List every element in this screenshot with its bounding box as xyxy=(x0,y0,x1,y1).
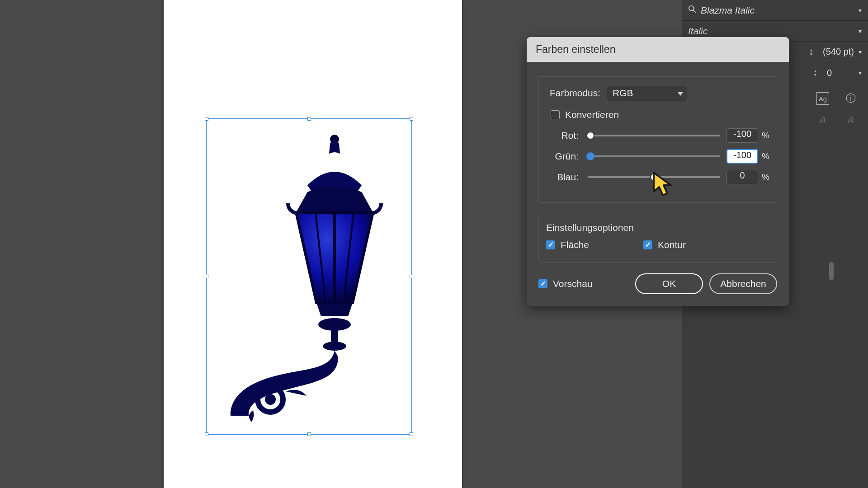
green-slider[interactable] xyxy=(588,155,720,157)
tracking-value[interactable]: 0 xyxy=(827,68,854,78)
resize-handle-tm[interactable] xyxy=(307,117,311,121)
color-mode-label: Farbmodus: xyxy=(546,88,607,99)
pct-label: % xyxy=(762,151,769,161)
color-mode-group: Farbmodus: RGB Konvertieren Rot: -100 % … xyxy=(538,76,777,203)
adjust-options-group: Einstellungsoptionen Fläche Kontur xyxy=(538,214,777,263)
chevron-down-icon: ▾ xyxy=(859,28,862,35)
font-family-select[interactable]: Blazma Italic ▾ xyxy=(682,0,868,21)
red-slider-row: Rot: -100 % xyxy=(546,128,769,143)
font-size-value[interactable]: (540 pt) xyxy=(823,47,854,57)
blue-label: Blau: xyxy=(546,172,584,183)
resize-handle-mr[interactable] xyxy=(410,275,413,278)
green-value-input[interactable]: -100 xyxy=(726,149,758,164)
font-size-stepper[interactable]: ▴▾ xyxy=(810,48,818,56)
blue-value-input[interactable]: 0 xyxy=(726,170,758,184)
red-slider[interactable] xyxy=(588,135,720,136)
resize-handle-bl[interactable] xyxy=(205,432,208,436)
svg-line-10 xyxy=(693,10,696,13)
color-mode-value: RGB xyxy=(613,88,633,99)
text-style-icon-a[interactable]: A xyxy=(816,114,829,127)
resize-handle-tr[interactable] xyxy=(410,117,413,121)
info-icon[interactable]: ⓘ xyxy=(844,92,857,105)
green-label: Grün: xyxy=(546,151,584,162)
ok-button[interactable]: OK xyxy=(635,273,703,294)
chevron-down-icon: ▾ xyxy=(859,7,862,14)
glyph-panel-icon[interactable]: Ag xyxy=(816,92,829,105)
search-icon xyxy=(688,5,696,15)
tracking-stepper[interactable]: ▴▾ xyxy=(814,69,822,77)
cancel-button[interactable]: Abbrechen xyxy=(709,273,777,294)
adjust-colors-dialog: Farben einstellen Farbmodus: RGB Konvert… xyxy=(527,37,789,306)
fill-checkbox[interactable] xyxy=(546,240,555,249)
stroke-label: Kontur xyxy=(658,239,686,250)
text-style-icon-b[interactable]: A xyxy=(844,114,857,127)
fill-label: Fläche xyxy=(561,239,589,250)
preview-checkbox[interactable] xyxy=(538,279,547,288)
stroke-checkbox[interactable] xyxy=(643,240,652,249)
preview-label: Vorschau xyxy=(553,278,593,289)
green-slider-row: Grün: -100 % xyxy=(546,149,769,164)
pct-label: % xyxy=(762,172,769,182)
resize-handle-tl[interactable] xyxy=(205,117,208,121)
red-value-input[interactable]: -100 xyxy=(726,128,758,143)
dialog-title: Farben einstellen xyxy=(527,37,789,62)
font-style-value: Italic xyxy=(688,26,859,37)
color-mode-select[interactable]: RGB xyxy=(607,85,688,101)
resize-handle-ml[interactable] xyxy=(205,275,208,278)
convert-label: Konvertieren xyxy=(565,109,619,120)
selection-bounding-box[interactable] xyxy=(206,118,412,435)
blue-slider-row: Blau: 0 % xyxy=(546,170,769,184)
pct-label: % xyxy=(762,131,769,141)
blue-slider[interactable] xyxy=(588,176,720,178)
font-family-value: Blazma Italic xyxy=(701,5,859,16)
red-label: Rot: xyxy=(546,130,584,141)
chevron-down-icon: ▾ xyxy=(859,69,862,76)
resize-handle-br[interactable] xyxy=(410,432,413,436)
chevron-down-icon: ▾ xyxy=(859,48,862,56)
svg-point-9 xyxy=(689,6,694,11)
resize-handle-bm[interactable] xyxy=(307,432,311,436)
adjust-options-title: Einstellungsoptionen xyxy=(546,222,769,233)
convert-checkbox[interactable] xyxy=(551,110,560,119)
panel-scrollbar-thumb[interactable] xyxy=(829,262,834,280)
